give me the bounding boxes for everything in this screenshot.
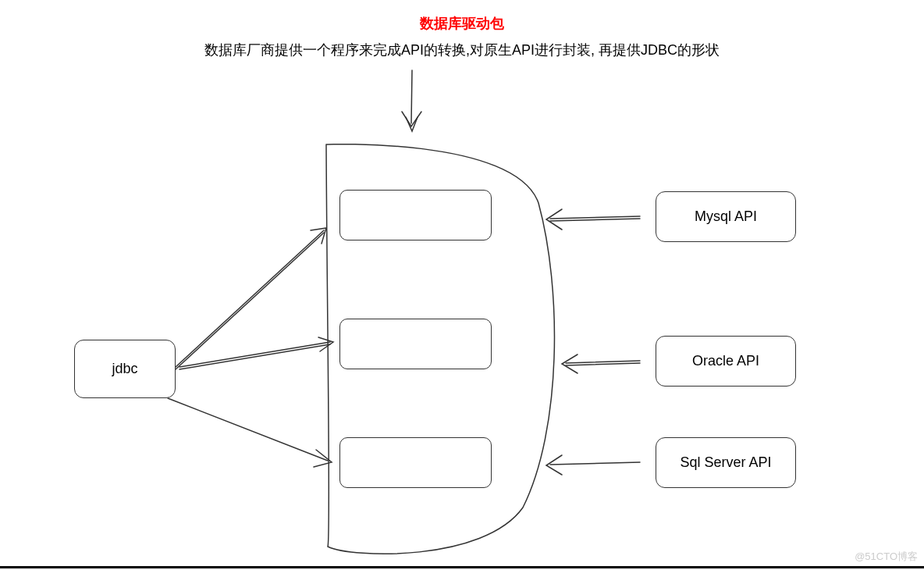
driver-box-1 bbox=[339, 190, 492, 240]
mysql-api-label: Mysql API bbox=[695, 208, 757, 225]
driver-box-2 bbox=[339, 319, 492, 369]
watermark: @51CTO博客 bbox=[855, 550, 918, 564]
oracle-api-label: Oracle API bbox=[692, 353, 759, 369]
jdbc-label: jdbc bbox=[112, 361, 137, 377]
driver-box-3 bbox=[339, 437, 492, 488]
sqlserver-api-label: Sql Server API bbox=[680, 454, 771, 471]
mysql-api-box: Mysql API bbox=[656, 191, 796, 242]
sqlserver-api-box: Sql Server API bbox=[656, 437, 796, 488]
bottom-border bbox=[0, 566, 924, 568]
oracle-api-box: Oracle API bbox=[656, 336, 796, 387]
jdbc-box: jdbc bbox=[74, 340, 176, 398]
